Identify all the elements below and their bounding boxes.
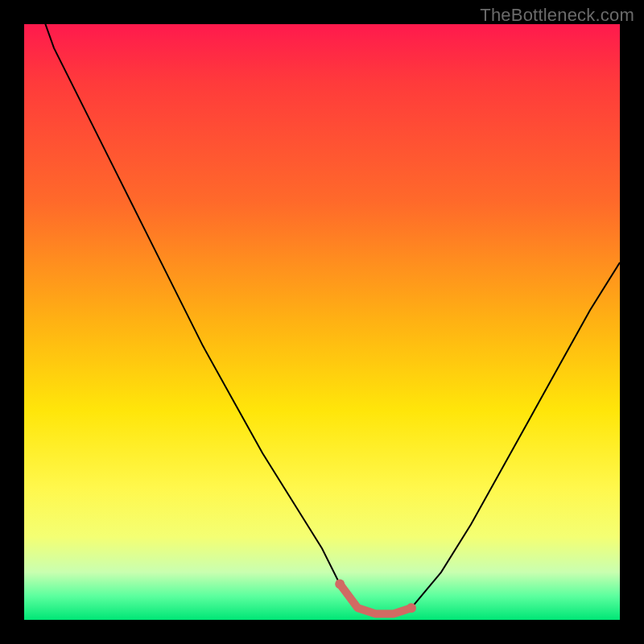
- bottleneck-chart-svg: [24, 24, 620, 620]
- chart-frame: TheBottleneck.com: [0, 0, 644, 644]
- optimal-zone-dot-right: [407, 603, 416, 613]
- attribution-label: TheBottleneck.com: [480, 5, 634, 26]
- bottleneck-curve: [24, 24, 620, 614]
- optimal-zone-marker: [340, 584, 411, 614]
- optimal-zone-dot-left: [335, 580, 345, 589]
- plot-area: [24, 24, 620, 620]
